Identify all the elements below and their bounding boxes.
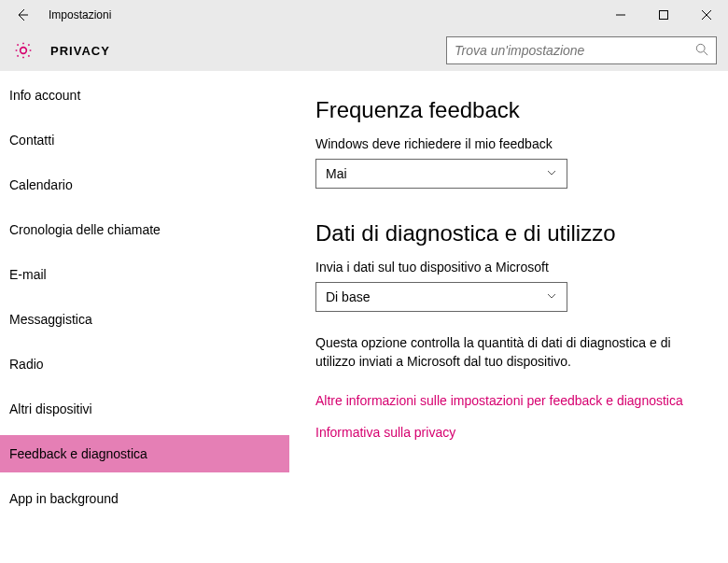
back-arrow-icon — [15, 7, 30, 22]
sidebar-item[interactable]: Contatti — [0, 121, 289, 159]
sidebar-item[interactable]: App in background — [0, 480, 289, 517]
search-input[interactable] — [455, 43, 695, 58]
sidebar-item[interactable]: Feedback e diagnostica — [0, 435, 289, 472]
content-area: Frequenza feedback Windows deve richiede… — [289, 71, 728, 563]
search-box[interactable] — [446, 36, 717, 64]
titlebar: Impostazioni — [0, 0, 728, 30]
sidebar-item[interactable]: E-mail — [0, 256, 289, 293]
maximize-icon — [659, 10, 668, 20]
back-button[interactable] — [7, 0, 37, 30]
sidebar-item[interactable]: Info account — [0, 77, 289, 114]
diagnostics-value: Di base — [326, 289, 370, 304]
gear-icon — [13, 40, 34, 61]
svg-rect-0 — [660, 11, 668, 20]
sidebar-item[interactable]: Calendario — [0, 166, 289, 204]
diagnostics-label: Invia i dati sul tuo dispositivo a Micro… — [315, 260, 713, 274]
sidebar-item[interactable]: Cronologia delle chiamate — [0, 211, 289, 248]
sidebar-item[interactable]: Radio — [0, 345, 289, 383]
feedback-frequency-label: Windows deve richiedere il mio feedback — [315, 136, 713, 151]
feedback-frequency-value: Mai — [326, 166, 347, 181]
page-title: PRIVACY — [50, 44, 110, 58]
header: PRIVACY — [0, 30, 728, 71]
close-icon — [702, 10, 711, 20]
minimize-icon — [616, 10, 625, 20]
close-button[interactable] — [685, 0, 728, 30]
chevron-down-icon — [546, 289, 557, 304]
privacy-link[interactable]: Informativa sulla privacy — [315, 425, 713, 440]
diagnostics-dropdown[interactable]: Di base — [315, 282, 567, 312]
svg-point-1 — [696, 44, 705, 52]
sidebar-item[interactable]: Messaggistica — [0, 301, 289, 338]
minimize-button[interactable] — [599, 0, 642, 30]
section-heading-feedback: Frequenza feedback — [315, 97, 713, 123]
chevron-down-icon — [546, 166, 557, 181]
more-info-link[interactable]: Altre informazioni sulle impostazioni pe… — [315, 393, 713, 408]
window-title: Impostazioni — [49, 8, 111, 21]
diagnostics-description: Questa opzione controlla la quantità di … — [315, 334, 713, 371]
feedback-frequency-dropdown[interactable]: Mai — [315, 159, 567, 189]
sidebar-item[interactable]: Altri dispositivi — [0, 390, 289, 428]
section-heading-diagnostics: Dati di diagnostica e di utilizzo — [315, 220, 713, 246]
maximize-button[interactable] — [642, 0, 685, 30]
sidebar: Info accountContattiCalendarioCronologia… — [0, 71, 289, 563]
search-icon — [695, 43, 708, 59]
